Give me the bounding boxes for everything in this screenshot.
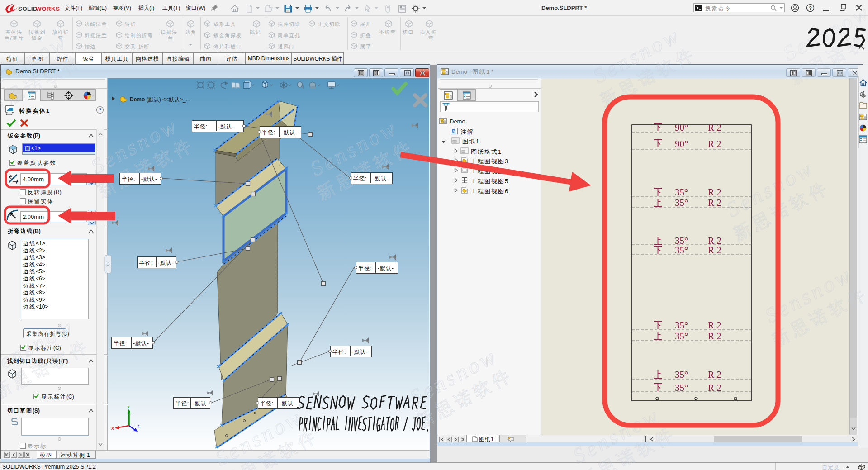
svg-text:A: A: [452, 129, 455, 134]
svg-text:?: ?: [809, 5, 812, 11]
svg-text:?: ?: [99, 107, 102, 113]
svg-text:T1: T1: [13, 180, 18, 185]
svg-text:SOLID: SOLID: [18, 5, 38, 12]
svg-text:WORKS: WORKS: [36, 5, 60, 12]
